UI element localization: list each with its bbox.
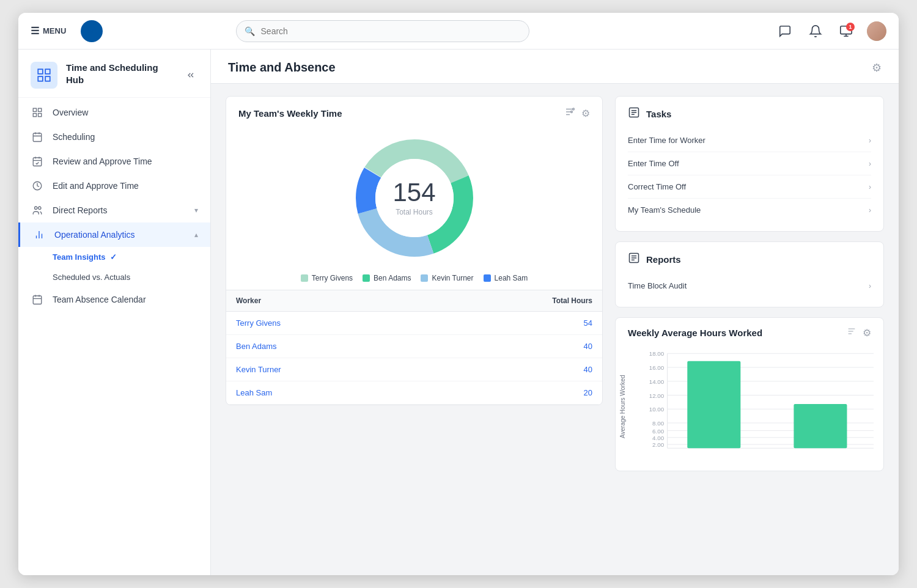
operational-analytics-label: Operational Analytics [54, 230, 186, 240]
weekly-time-card: My Team's Weekly Time ⚙ [226, 96, 603, 405]
inbox-button[interactable]: 1 [836, 21, 856, 41]
sidebar-item-direct-reports[interactable]: Direct Reports ▾ [18, 198, 210, 222]
svg-text:W: W [87, 28, 94, 35]
reports-icon [628, 252, 640, 267]
direct-reports-chevron: ▾ [194, 206, 198, 215]
table-header-row: Worker Total Hours [226, 290, 602, 312]
bar-chart-body: Average Hours Worked 18.00 16.00 [616, 342, 883, 471]
task-chevron-3: › [869, 183, 871, 191]
bar-chart-filter-icon[interactable] [847, 326, 856, 339]
sidebar-collapse-button[interactable] [183, 68, 198, 85]
left-panel: My Team's Weekly Time ⚙ [226, 96, 603, 563]
svg-rect-10 [33, 133, 42, 142]
bar-chart-header: Weekly Average Hours Worked ⚙ [616, 318, 883, 342]
legend-dot-ben [363, 274, 370, 282]
scheduling-label: Scheduling [53, 132, 198, 142]
chart-legend: Terry Givens Ben Adams Kevin Turner [226, 269, 602, 290]
reports-card: Reports Time Block Audit › [615, 241, 884, 307]
legend-label-leah: Leah Sam [495, 274, 528, 282]
weekly-time-title: My Team's Weekly Time [238, 108, 342, 119]
worker-kevin[interactable]: Kevin Turner [226, 358, 421, 381]
sidebar-item-scheduling[interactable]: Scheduling [18, 125, 210, 149]
operational-analytics-chevron: ▴ [194, 230, 198, 239]
worker-leah[interactable]: Leah Sam [226, 381, 421, 405]
task-enter-time-worker[interactable]: Enter Time for Worker › [628, 129, 871, 152]
bar-chart-svg: 18.00 16.00 14.00 12.00 [647, 347, 874, 461]
sidebar-item-team-absence[interactable]: Team Absence Calendar [18, 287, 210, 312]
sidebar-divider-1 [18, 97, 210, 98]
task-enter-time-off[interactable]: Enter Time Off › [628, 152, 871, 175]
legend-terry: Terry Givens [301, 274, 353, 282]
report-time-block-audit[interactable]: Time Block Audit › [628, 274, 871, 297]
team-absence-icon [31, 294, 44, 305]
page-title: Time and Absence [228, 61, 336, 75]
task-label-correct-time-off: Correct Time Off [628, 182, 686, 191]
tasks-icon [628, 106, 640, 122]
sidebar-item-operational-analytics[interactable]: Operational Analytics ▴ [18, 222, 210, 247]
sidebar-subitem-scheduled-actuals[interactable]: Scheduled vs. Actuals [53, 267, 210, 287]
review-approve-icon [31, 156, 44, 167]
tasks-header: Tasks [628, 106, 871, 122]
svg-text:4.00: 4.00 [652, 435, 664, 441]
chat-button[interactable] [775, 21, 795, 41]
tasks-card: Tasks Enter Time for Worker › Enter Time… [615, 96, 884, 232]
bar-chart-actions: ⚙ [847, 326, 871, 339]
legend-dot-terry [301, 274, 308, 282]
worker-ben[interactable]: Ben Adams [226, 335, 421, 358]
svg-point-20 [39, 207, 42, 210]
svg-rect-2 [38, 69, 43, 74]
search-icon: 🔍 [245, 26, 255, 36]
svg-text:12.00: 12.00 [649, 392, 665, 399]
hours-kevin: 40 [421, 358, 602, 381]
search-input[interactable] [236, 20, 529, 42]
bar-chart-settings-icon[interactable]: ⚙ [863, 327, 871, 339]
check-icon: ✓ [110, 252, 117, 262]
filter-icon[interactable] [564, 106, 575, 120]
svg-rect-69 [687, 361, 740, 449]
menu-button[interactable]: ☰ MENU [31, 25, 66, 37]
hours-terry: 54 [421, 312, 602, 335]
bell-button[interactable] [806, 21, 825, 41]
edit-approve-icon [31, 180, 44, 191]
svg-point-19 [35, 207, 38, 210]
task-my-team-schedule[interactable]: My Team's Schedule › [628, 199, 871, 221]
worker-terry[interactable]: Terry Givens [226, 312, 421, 335]
direct-reports-label: Direct Reports [53, 205, 186, 215]
sidebar-item-overview[interactable]: Overview [18, 100, 210, 125]
svg-rect-7 [39, 108, 42, 111]
page-settings-icon[interactable]: ⚙ [872, 61, 882, 75]
svg-rect-5 [45, 76, 50, 81]
user-avatar[interactable] [867, 21, 886, 41]
sidebar-item-edit-approve[interactable]: Edit and Approve Time [18, 174, 210, 198]
sidebar-item-review-approve[interactable]: Review and Approve Time [18, 149, 210, 174]
svg-rect-3 [45, 69, 50, 74]
task-correct-time-off[interactable]: Correct Time Off › [628, 175, 871, 199]
bar-chart-card: Weekly Average Hours Worked ⚙ Average Ho… [615, 317, 884, 471]
svg-text:16.00: 16.00 [649, 364, 665, 371]
report-label-time-block-audit: Time Block Audit [628, 281, 687, 290]
top-nav: ☰ MENU W 🔍 1 [18, 13, 899, 50]
svg-text:18.00: 18.00 [649, 351, 665, 358]
task-chevron-2: › [869, 160, 871, 168]
svg-rect-8 [33, 114, 36, 117]
worker-col-header: Worker [226, 290, 421, 312]
operational-analytics-icon [32, 229, 46, 240]
sidebar-subitem-team-insights[interactable]: Team Insights ✓ [53, 247, 210, 267]
task-label-enter-time-worker: Enter Time for Worker [628, 136, 705, 145]
task-chevron-4: › [869, 206, 871, 215]
nav-right: 1 [775, 21, 886, 41]
worker-hours-table: Worker Total Hours Terry Givens 54 [226, 290, 602, 405]
report-chevron-1: › [869, 282, 871, 290]
legend-ben: Ben Adams [363, 274, 411, 282]
legend-dot-kevin [421, 274, 428, 282]
table-row: Kevin Turner 40 [226, 358, 602, 381]
y-axis-label: Average Hours Worked [619, 342, 626, 471]
sidebar-title: Time and Scheduling Hub [66, 62, 175, 86]
task-label-my-team-schedule: My Team's Schedule [628, 205, 701, 215]
settings-icon-chart[interactable]: ⚙ [581, 108, 590, 119]
sidebar-header: Time and Scheduling Hub [18, 50, 210, 95]
task-chevron-1: › [869, 136, 871, 145]
menu-label: MENU [43, 26, 66, 35]
legend-kevin: Kevin Turner [421, 274, 473, 282]
right-panel: Tasks Enter Time for Worker › Enter Time… [615, 96, 884, 563]
